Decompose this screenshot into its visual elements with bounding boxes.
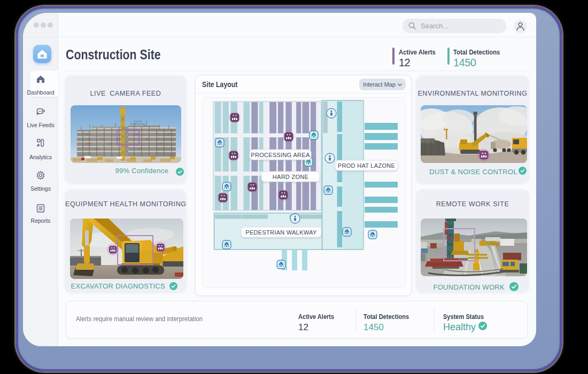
svg-text:HARD ZONE: HARD ZONE <box>273 174 308 180</box>
svg-text:PEDESTRIAN WALKWAY: PEDESTRIAN WALKWAY <box>245 229 317 236</box>
svg-text:PROCESSING AREA: PROCESSING AREA <box>251 152 310 158</box>
svg-text:PROD HAT LAZONE: PROD HAT LAZONE <box>338 162 395 169</box>
